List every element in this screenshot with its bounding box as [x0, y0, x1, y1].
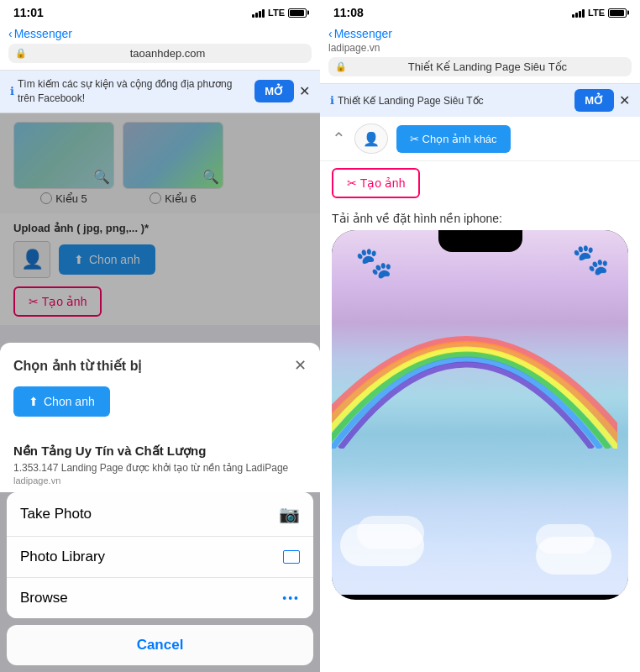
right-status-bar: 11:08 LTE [320, 0, 640, 24]
paw-left-icon: 🐾 [355, 245, 393, 281]
left-back-button[interactable]: ‹ Messenger [8, 27, 72, 40]
left-ad-close-button[interactable]: ✕ [299, 83, 310, 99]
right-buttons-row: ⌃ 👤 ✂ Chọn ảnh khác [320, 117, 640, 161]
chon-anh-khac-button[interactable]: ✂ Chọn ảnh khác [396, 125, 511, 153]
action-sheet-group: Take Photo 📷 Photo Library Browse ••• [7, 492, 313, 618]
right-nav-top: ‹ Messenger [328, 27, 632, 40]
left-status-bar: 11:01 LTE [0, 0, 320, 24]
action-take-photo[interactable]: Take Photo 📷 [7, 492, 313, 537]
right-chevron-up-icon[interactable]: ⌃ [332, 129, 346, 149]
tao-anh-row: ✂ Tạo ảnh [320, 161, 640, 205]
left-signal-icon [252, 8, 265, 18]
left-open-button[interactable]: MỞ [254, 80, 294, 102]
left-panel: 11:01 LTE ‹ Messenger 🔒 taoanhdep.com [0, 0, 320, 672]
modal-close-button[interactable]: ✕ [294, 356, 307, 375]
right-lte-label: LTE [588, 8, 605, 18]
left-content: 🔍 Kiểu 5 🔍 Kiểu 6 Upload ảnh [0, 113, 320, 672]
action-cancel-button[interactable]: Cancel [7, 625, 313, 665]
modal-header: Chọn ảnh từ thiết bị ✕ [13, 356, 307, 375]
left-time: 11:01 [13, 6, 44, 19]
left-ad-banner-text: Tìm kiếm các sự kiện và cộng đồng địa ph… [18, 77, 248, 106]
right-address-bar[interactable]: 🔒 Thiết Kế Landing Page Siêu Tốc [328, 57, 632, 76]
left-ad-banner: ℹ Tìm kiếm các sự kiện và cộng đồng địa … [0, 71, 320, 113]
action-sheet: Take Photo 📷 Photo Library Browse ••• Ca… [0, 492, 320, 672]
left-lock-icon: 🔒 [15, 48, 27, 59]
left-ad-info-icon: ℹ [10, 85, 14, 97]
phone-bottom-bar [332, 595, 628, 600]
modal-chon-anh-button[interactable]: ⬆ Chon anh [13, 386, 110, 417]
phone-preview: 🐾 🐾 [332, 230, 628, 600]
backdrop-ad-source: ladipage.vn [13, 475, 307, 486]
backdrop-ad-sub: 1.353.147 Landing Page được khởi tạo từ … [13, 462, 307, 474]
right-time: 11:08 [333, 6, 364, 19]
right-status-icons: LTE [572, 8, 627, 18]
right-ad-close-button[interactable]: ✕ [619, 92, 630, 108]
browse-icon: ••• [282, 591, 300, 605]
right-site-info: ladipage.vn [328, 42, 632, 54]
left-battery-icon [288, 8, 307, 18]
backdrop-ad-title: Nền Tảng Uy Tín và Chất Lượng [13, 444, 307, 459]
modal-title: Chọn ảnh từ thiết bị [13, 358, 141, 374]
right-battery-icon [608, 8, 627, 18]
right-content: ⌃ 👤 ✂ Chọn ảnh khác ✂ Tạo ảnh Tải ảnh về… [320, 117, 640, 672]
right-ad-info-icon: ℹ [330, 94, 334, 107]
action-photo-library[interactable]: Photo Library [7, 537, 313, 578]
right-ad-banner: ℹ Thiết Kế Landing Page Siêu Tốc MỞ ✕ [320, 84, 640, 117]
chon-anh-modal: Chọn ảnh từ thiết bị ✕ ⬆ Chon anh [0, 343, 320, 433]
right-avatar: 👤 [354, 123, 388, 154]
camera-icon: 📷 [279, 504, 300, 524]
left-lte-label: LTE [268, 8, 285, 18]
right-nav-bar: ‹ Messenger ladipage.vn 🔒 Thiết Kế Landi… [320, 24, 640, 84]
cloud-2 [357, 516, 424, 549]
backdrop-ad: Nền Tảng Uy Tín và Chất Lượng 1.353.147 … [0, 433, 320, 492]
left-address-bar[interactable]: 🔒 taoanhdep.com [8, 44, 312, 63]
right-back-button[interactable]: ‹ Messenger [328, 27, 392, 40]
phone-notch [438, 230, 522, 252]
right-open-button[interactable]: MỞ [574, 89, 614, 112]
modal-upload-icon: ⬆ [29, 395, 39, 408]
left-status-icons: LTE [252, 8, 307, 18]
right-lock-icon: 🔒 [335, 61, 347, 72]
rainbow-svg [332, 281, 617, 449]
phone-preview-inner: 🐾 🐾 [332, 230, 628, 600]
right-url-text: Thiết Kế Landing Page Siêu Tốc [350, 60, 625, 73]
left-nav-top: ‹ Messenger [8, 27, 312, 40]
tai-anh-text: Tải ảnh về đặt hình nền iphone: [320, 205, 640, 230]
bottom-sheet-overlay: Chọn ảnh từ thiết bị ✕ ⬆ Chon anh Nền Tả… [0, 113, 320, 672]
right-panel: 11:08 LTE ‹ Messenger ladipage.vn [320, 0, 640, 672]
right-ad-banner-text: Thiết Kế Landing Page Siêu Tốc [338, 95, 568, 107]
right-site-label: ladipage.vn [328, 42, 380, 54]
action-browse[interactable]: Browse ••• [7, 578, 313, 618]
left-nav-bar: ‹ Messenger 🔒 taoanhdep.com [0, 24, 320, 71]
left-url-text: taoanhdep.com [30, 47, 305, 60]
cloud-4 [536, 524, 595, 554]
right-tao-anh-button[interactable]: ✂ Tạo ảnh [332, 168, 420, 198]
right-signal-icon [572, 8, 585, 18]
photo-library-icon [283, 550, 300, 564]
paw-right-icon: 🐾 [572, 242, 610, 277]
